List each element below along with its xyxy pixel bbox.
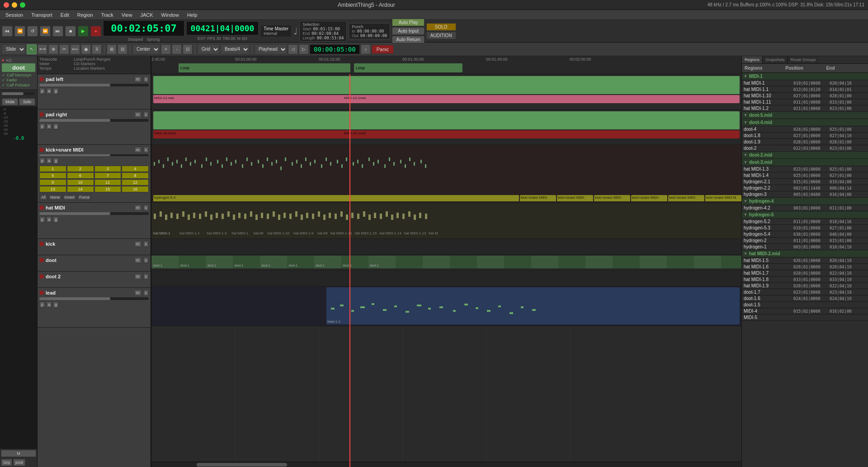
menu-help[interactable]: Help (184, 11, 201, 19)
group-pad-right[interactable]: g (53, 123, 59, 129)
midi-none-btn[interactable]: None (48, 194, 62, 200)
kick-snare-label-2[interactable]: kick+snare MIDI- (557, 195, 593, 201)
midi-ch-10[interactable]: 10 (67, 179, 94, 186)
pan-lead[interactable]: p (39, 301, 45, 308)
section-doot4mid[interactable]: ▼ doot-4.mid (742, 119, 868, 126)
solo-pad-left[interactable]: s (143, 76, 149, 82)
region-doot1-7[interactable]: doot-1.7 023|01|0000 023|04|19 (742, 289, 868, 295)
M-button[interactable]: M (1, 450, 36, 457)
region-hat-midi-1-8[interactable]: hat MIDI-1.8 033|01|0000 033|04|19 (742, 276, 868, 283)
auto-return-btn[interactable]: Auto Return (392, 36, 424, 43)
timefx-mode-btn[interactable]: ⧖ (92, 44, 102, 54)
solo-pad-right[interactable]: s (143, 111, 149, 118)
mute-pad-right[interactable]: m (134, 111, 142, 118)
plugin1-label[interactable]: ✓ Calf Monosyn (2, 73, 35, 77)
region-hat-midi-1[interactable]: hat MIDI-1 019|01|0000 020|04|18 (742, 80, 868, 86)
rec-arm-kick[interactable] (39, 242, 44, 246)
section-hatmidi2[interactable]: ▼ hat MIDI-2.mid (742, 250, 868, 257)
mute-doot[interactable]: m (134, 257, 142, 263)
pan-pad-left[interactable]: p (39, 88, 45, 94)
mute-kick-snare[interactable]: m (134, 147, 142, 153)
loop-marker-2[interactable]: Loop (354, 63, 462, 72)
time-display[interactable]: 00:02:05:07 (103, 20, 184, 36)
midi-invert-btn[interactable]: Invert (63, 194, 77, 200)
scroll-thumb[interactable] (197, 463, 287, 467)
region-hat-midi-1-9[interactable]: hat MIDI-1.9 020|01|0000 022|04|19 (742, 283, 868, 289)
midi-ch-15[interactable]: 15 (94, 186, 122, 192)
midi-13-1-region[interactable]: MIDI-13.1mid (343, 95, 740, 103)
region-hat-midi-1-10[interactable]: hat MIDI-1.10 027|01|0000 028|01|00 (742, 93, 868, 99)
region-doot2[interactable]: doot-2 022|03|0000 023|03|00 (742, 145, 868, 152)
solo-doot[interactable]: s (143, 257, 149, 263)
region-midi5[interactable]: MIDI-5 (742, 315, 868, 321)
stop-btn[interactable]: ■ (65, 26, 76, 37)
region-hat-midi-1-5[interactable]: hat MIDI-1.5 026|01|0000 026|04|19 (742, 257, 868, 264)
rec-arm-hat-midi[interactable] (39, 205, 44, 210)
loop-btn[interactable]: ↺ (27, 26, 38, 37)
route-groups-tab[interactable]: Route Groups (788, 56, 819, 63)
zoom-out-btn[interactable]: - (172, 44, 182, 54)
rec-arm-doot[interactable] (39, 258, 44, 262)
midi-ch-6[interactable]: 6 (67, 172, 94, 179)
midi-ch-14[interactable]: 14 (67, 186, 94, 192)
snapshots-tab[interactable]: Snapshots (763, 56, 788, 63)
region-hat-midi-1-4[interactable]: hat MIDI-1.4 025|01|0000 027|01|00 (742, 172, 868, 179)
smart-mode-btn[interactable]: ↖ (27, 44, 37, 54)
region-doot1-9[interactable]: doot-1.9 028|01|0000 028|01|00 (742, 139, 868, 145)
pad-left-lane[interactable]: MIDI-13.mid MIDI-13.1mid (151, 74, 741, 110)
stretch-mode-btn[interactable]: ⟸ (70, 44, 80, 54)
kick-lane[interactable] (151, 239, 741, 255)
grab-mode-btn[interactable]: ⊕ (48, 44, 58, 54)
playhead-select[interactable]: Playhead (255, 44, 287, 54)
region-hydrogen5-2[interactable]: hydrogen-5.2 011|01|0000 018|04|16 (742, 219, 868, 225)
kick-snare-label-1[interactable]: kick+snare MIDI- (520, 195, 556, 201)
menu-transport[interactable]: Transport (28, 11, 56, 19)
loop-marker-1[interactable]: Loop (179, 63, 350, 72)
mute-pad-left[interactable]: m (134, 76, 142, 82)
midi-ch-5[interactable]: 5 (39, 172, 66, 179)
menu-edit[interactable]: Edit (57, 11, 73, 19)
region-hydrogen5-3[interactable]: hydrogen-5.3 019|01|0000 027|01|00 (742, 225, 868, 231)
region-doot1-8[interactable]: doot-1.8 027|01|0000 027|04|19 (742, 133, 868, 139)
grid-type-select[interactable]: Grid (198, 44, 220, 54)
rec-arm-doot2[interactable] (39, 274, 44, 279)
doot2-lane[interactable] (151, 271, 741, 286)
forward-btn[interactable]: ⏩ (40, 26, 51, 37)
menu-view[interactable]: View (118, 11, 136, 19)
auto-play-btn[interactable]: Auto Play (392, 19, 424, 26)
rewind-btn[interactable]: ⏪ (14, 26, 25, 37)
audition-btn[interactable]: AUDITION (426, 32, 456, 39)
mute-doot2[interactable]: m (134, 273, 142, 280)
collapse-doot4mid[interactable]: ▼ (744, 120, 747, 124)
region-hydrogen-2-2[interactable]: hydrogen-2.2 002|01|1440 006|04|14 (742, 185, 868, 191)
rec-arm-pad-right[interactable] (39, 112, 44, 117)
maximize-btn[interactable] (20, 2, 25, 8)
region-hat-midi-1-3[interactable]: hat MIDI-1.3 023|01|0000 025|01|00 (742, 166, 868, 172)
region-doot1-6[interactable]: doot-1.6 024|01|0000 024|04|19 (742, 295, 868, 302)
fader-pad-right[interactable] (39, 119, 149, 122)
midi-ch-8[interactable]: 8 (122, 172, 149, 179)
midi-all-btn[interactable]: All (39, 194, 47, 200)
region-doot4[interactable]: doot-4 024|01|0000 025|01|00 (742, 126, 868, 133)
regions-tab[interactable]: Regions (742, 56, 763, 63)
solo-btn[interactable]: SOLO (426, 23, 456, 31)
midi-force-btn[interactable]: Force (77, 194, 91, 200)
forward-end-btn[interactable]: ⏭ (52, 26, 63, 37)
mute-lead[interactable]: m (134, 290, 142, 296)
auto-pad-right[interactable]: a (46, 123, 52, 129)
auto-hat-midi[interactable]: a (46, 216, 52, 223)
mute-hat-midi[interactable]: m (134, 205, 142, 211)
volume-fader[interactable] (2, 92, 35, 95)
midi-16-1-region[interactable]: MIDI-16.1mid (343, 130, 740, 138)
group-pad-left[interactable]: g (53, 88, 59, 94)
fader-hat-midi[interactable] (39, 212, 149, 215)
hydrogen-5-3-label[interactable]: hydrogen-5.3 (153, 195, 519, 201)
midi-ch-3[interactable]: 3 (94, 166, 122, 172)
group-lead[interactable]: g (53, 301, 59, 308)
kick-snare-label-3[interactable]: kick+snare MIDI- (594, 195, 630, 201)
solo-hat-midi[interactable]: s (143, 205, 149, 211)
region-hydrogen-2-1[interactable]: hydrogen-2.1 015|01|0000 019|04|00 (742, 179, 868, 185)
pad-right-region-2[interactable] (323, 111, 740, 129)
pan-kick-snare[interactable]: p (39, 157, 45, 164)
panic-btn[interactable]: Panic (372, 45, 394, 54)
